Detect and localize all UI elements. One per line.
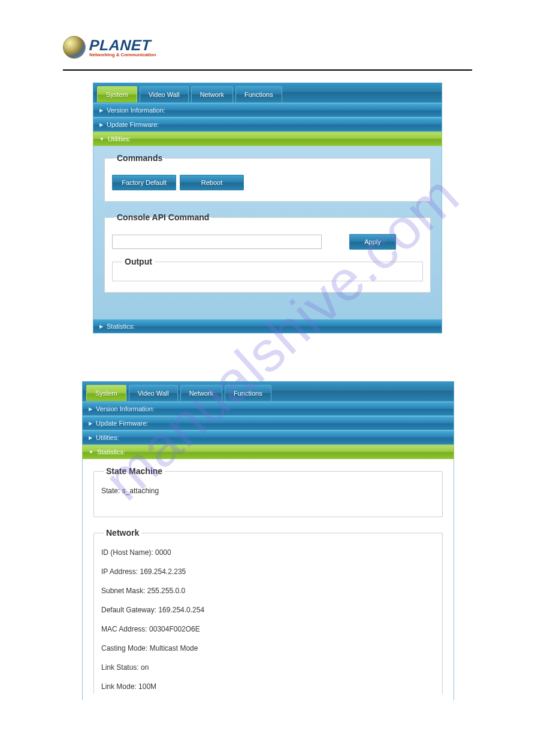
page-header: PLANET Networking & Communication [63, 36, 472, 71]
accordion-version-info[interactable]: ▶ Version Information: [93, 103, 442, 117]
stat-link-mode: Link Mode: 100M [101, 682, 435, 691]
chevron-right-icon: ▶ [99, 108, 103, 113]
network-legend: Network [104, 528, 141, 538]
tab-system[interactable]: System [97, 86, 137, 102]
logo-orb-icon [63, 36, 86, 59]
accordion-label: Update Firmware: [96, 420, 148, 427]
factory-default-button[interactable]: Factory Default [112, 175, 176, 190]
accordion-statistics[interactable]: ▶ Statistics: [93, 319, 442, 333]
accordion-label: Update Firmware: [107, 121, 159, 128]
tab-bar: System Video Wall Network Functions [82, 381, 454, 402]
stat-casting: Casting Mode: Multicast Mode [101, 644, 435, 652]
accordion-label: Utilities: [96, 434, 119, 441]
state-machine-fieldset: State Machine State: s_attaching [93, 466, 443, 517]
utilities-body: Commands Factory Default Reboot Console … [93, 146, 442, 319]
tab-functions[interactable]: Functions [235, 86, 282, 102]
chevron-right-icon: ▶ [89, 406, 92, 412]
accordion-update-firmware[interactable]: ▶ Update Firmware: [82, 416, 454, 430]
console-api-fieldset: Console API Command Apply Output [104, 212, 431, 293]
stat-link-status: Link Status: on [101, 663, 435, 672]
statistics-body: State Machine State: s_attaching Network… [82, 459, 454, 700]
chevron-right-icon: ▶ [89, 421, 92, 426]
console-api-legend: Console API Command [114, 212, 211, 222]
reboot-button[interactable]: Reboot [180, 175, 244, 190]
chevron-down-icon: ▼ [99, 136, 104, 142]
accordion-utilities[interactable]: ▶ Utilities: [82, 430, 454, 445]
accordion-update-firmware[interactable]: ▶ Update Firmware: [93, 117, 442, 132]
chevron-right-icon: ▶ [99, 122, 103, 127]
tab-network[interactable]: Network [191, 86, 233, 102]
tab-functions[interactable]: Functions [225, 385, 271, 401]
console-command-input[interactable] [112, 235, 322, 249]
network-fieldset: Network ID (Host Name): 0000 IP Address:… [93, 528, 443, 694]
commands-fieldset: Commands Factory Default Reboot [104, 153, 431, 202]
accordion-statistics[interactable]: ▼ Statistics: [82, 445, 454, 459]
output-legend: Output [122, 257, 155, 266]
tab-network[interactable]: Network [180, 385, 222, 401]
accordion-label: Statistics: [107, 323, 135, 330]
tab-video-wall[interactable]: Video Wall [140, 86, 189, 102]
tab-bar: System Video Wall Network Functions [93, 83, 442, 103]
accordion-version-info[interactable]: ▶ Version Information: [82, 402, 454, 416]
chevron-right-icon: ▶ [99, 324, 103, 329]
chevron-down-icon: ▼ [89, 450, 93, 455]
stat-id: ID (Host Name): 0000 [101, 548, 435, 557]
commands-legend: Commands [114, 153, 165, 163]
stat-gateway: Default Gateway: 169.254.0.254 [101, 606, 435, 614]
stat-mac: MAC Address: 00304F002O6E [101, 625, 435, 633]
admin-panel-utilities: System Video Wall Network Functions ▶ Ve… [93, 83, 442, 333]
logo-brand-text: PLANET [89, 38, 156, 53]
accordion-label: Statistics: [97, 448, 125, 456]
stat-ip: IP Address: 169.254.2.235 [101, 567, 435, 576]
admin-panel-statistics: System Video Wall Network Functions ▶ Ve… [82, 381, 454, 700]
accordion-label: Utilities: [108, 135, 131, 142]
accordion-label: Version Information: [107, 107, 165, 114]
stat-subnet: Subnet Mask: 255.255.0.0 [101, 587, 435, 595]
chevron-right-icon: ▶ [89, 435, 92, 441]
brand-logo: PLANET Networking & Communication [63, 36, 472, 59]
output-fieldset: Output [112, 257, 423, 281]
accordion-utilities[interactable]: ▼ Utilities: [93, 132, 442, 146]
tab-system[interactable]: System [86, 385, 126, 401]
state-machine-legend: State Machine [104, 466, 165, 476]
state-value: State: s_attaching [101, 487, 435, 495]
tab-video-wall[interactable]: Video Wall [129, 385, 178, 401]
accordion-label: Version Information: [96, 405, 155, 412]
apply-button[interactable]: Apply [349, 234, 396, 250]
